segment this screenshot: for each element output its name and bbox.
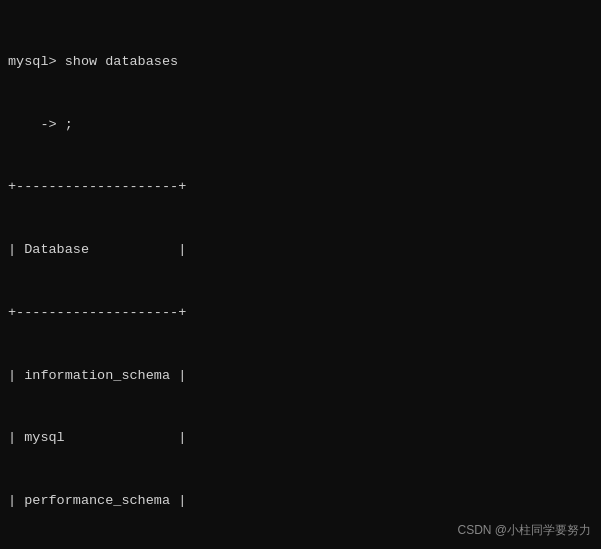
line-5: +--------------------+ xyxy=(8,303,593,324)
line-8: | performance_schema | xyxy=(8,491,593,512)
line-7: | mysql | xyxy=(8,428,593,449)
line-6: | information_schema | xyxy=(8,366,593,387)
line-1: mysql> show databases xyxy=(8,52,593,73)
terminal-window: mysql> show databases -> ; +------------… xyxy=(0,0,601,549)
line-2: -> ; xyxy=(8,115,593,136)
line-3: +--------------------+ xyxy=(8,177,593,198)
watermark: CSDN @小柱同学要努力 xyxy=(457,522,591,539)
line-4: | Database | xyxy=(8,240,593,261)
